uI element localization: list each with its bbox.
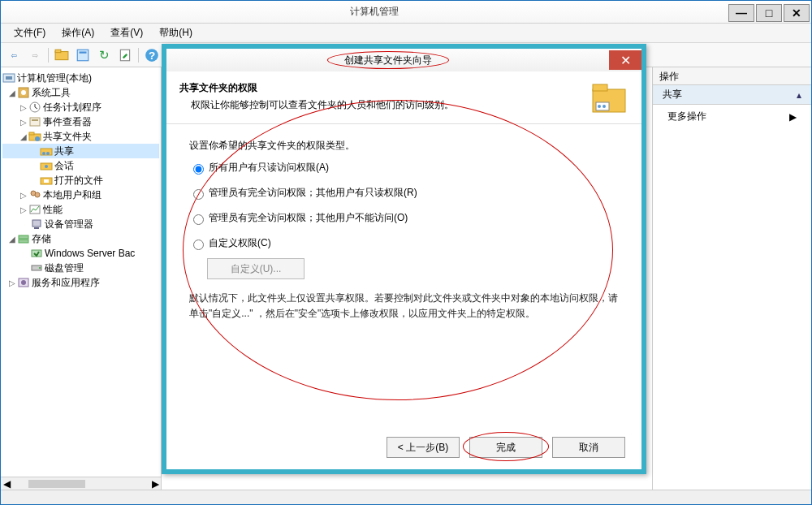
svg-rect-1	[55, 50, 61, 52]
radio-admin-full-readonly[interactable]: 管理员有完全访问权限；其他用户有只读权限(R)	[189, 186, 619, 200]
menu-help[interactable]: 帮助(H)	[153, 24, 199, 41]
export-icon[interactable]	[117, 47, 133, 63]
tree-label: 磁盘管理	[45, 261, 84, 275]
svg-rect-12	[30, 118, 40, 126]
tree-device-manager[interactable]: 设备管理器	[2, 217, 159, 231]
tree-local-users[interactable]: ▷本地用户和组	[2, 188, 159, 202]
separator	[138, 48, 139, 63]
menu-file[interactable]: 文件(F)	[7, 24, 52, 41]
maximize-button[interactable]: □	[756, 4, 782, 22]
tree-root[interactable]: 计算机管理(本地)	[2, 71, 159, 85]
svg-rect-15	[29, 132, 34, 135]
tree-services[interactable]: ▷服务和应用程序	[2, 275, 159, 290]
expand-icon[interactable]: ▷	[19, 205, 28, 214]
svg-point-33	[39, 267, 41, 269]
more-actions[interactable]: 更多操作 ▶	[653, 105, 811, 128]
tree-shares[interactable]: 共享	[2, 144, 159, 158]
tree-event-viewer[interactable]: ▷事件查看器	[2, 114, 159, 129]
collapse-icon[interactable]: ◢	[7, 88, 17, 97]
dialog-buttons: < 上一步(B) 完成 取消	[387, 437, 625, 458]
back-icon[interactable]: ⇦	[6, 47, 22, 63]
actions-pane: 操作 共享 ▴ 更多操作 ▶	[653, 67, 811, 490]
submenu-icon: ▶	[789, 111, 797, 123]
app-window: 计算机管理 — □ ✕ 文件(F) 操作(A) 查看(V) 帮助(H) ⇦ ⇨ …	[0, 0, 812, 505]
minimize-button[interactable]: —	[728, 4, 754, 22]
titlebar: 计算机管理 — □ ✕	[1, 1, 811, 24]
svg-rect-17	[41, 149, 52, 155]
close-button[interactable]: ✕	[784, 4, 810, 22]
svg-rect-27	[32, 220, 41, 227]
collapse-icon[interactable]: ◢	[7, 235, 17, 244]
radio-all-readonly[interactable]: 所有用户有只读访问权限(A)	[189, 161, 619, 175]
radio-admin-full-noaccess[interactable]: 管理员有完全访问权限；其他用户不能访问(O)	[189, 211, 619, 225]
collapse-icon: ▴	[797, 89, 801, 101]
tree-shared-folders[interactable]: ◢共享文件夹	[2, 129, 159, 144]
tree-label: 会话	[54, 159, 74, 173]
custom-permissions-button: 自定义(U)...	[207, 258, 304, 279]
svg-rect-37	[593, 84, 607, 91]
tree-wsb[interactable]: Windows Server Bac	[2, 246, 159, 261]
expand-icon[interactable]: ▷	[19, 118, 28, 127]
dialog-body: 设置你希望的共享文件夹的权限类型。 所有用户有只读访问权限(A) 管理员有完全访…	[166, 124, 641, 336]
tree-label: 共享	[54, 145, 74, 158]
svg-point-39	[598, 105, 601, 108]
new-folder-icon[interactable]	[54, 47, 70, 63]
radio-label: 管理员有完全访问权限；其他用户有只读权限(R)	[209, 186, 417, 200]
menu-view[interactable]: 查看(V)	[104, 24, 149, 41]
finish-button[interactable]: 完成	[469, 437, 542, 458]
tree-sessions[interactable]: 会话	[2, 158, 159, 173]
svg-text:?: ?	[149, 49, 155, 61]
tree-storage[interactable]: ◢存储	[2, 231, 159, 246]
radio-input[interactable]	[193, 164, 204, 175]
tree-label: 设备管理器	[45, 218, 93, 231]
separator	[48, 48, 49, 63]
tree-label: 性能	[43, 203, 63, 217]
dialog-close-button[interactable]: ✕	[609, 50, 641, 70]
help-icon[interactable]: ?	[144, 47, 160, 63]
svg-rect-23	[44, 179, 49, 183]
dialog-title: 创建共享文件夹向导	[344, 54, 432, 66]
tree-label: 存储	[32, 232, 51, 246]
radio-label: 管理员有完全访问权限；其他用户不能访问(O)	[209, 211, 408, 225]
tree-task-scheduler[interactable]: ▷任务计划程序	[2, 100, 159, 114]
svg-point-18	[42, 152, 45, 155]
tree-disk-mgmt[interactable]: 磁盘管理	[2, 261, 159, 275]
properties-icon[interactable]	[75, 47, 91, 63]
tree-system-tools[interactable]: ◢系统工具	[2, 85, 159, 100]
expand-icon[interactable]: ▷	[19, 191, 28, 200]
cancel-button[interactable]: 取消	[552, 437, 625, 458]
svg-rect-13	[32, 119, 38, 121]
window-title: 计算机管理	[20, 5, 728, 19]
permissions-prompt: 设置你希望的共享文件夹的权限类型。	[189, 139, 619, 153]
tree-label: 任务计划程序	[43, 101, 102, 114]
svg-point-25	[35, 192, 40, 197]
dialog-heading: 共享文件夹的权限	[179, 81, 454, 95]
radio-custom[interactable]: 自定义权限(C)	[189, 236, 619, 250]
svg-point-10	[21, 90, 26, 95]
collapse-icon[interactable]: ◢	[19, 132, 28, 141]
menubar: 文件(F) 操作(A) 查看(V) 帮助(H)	[1, 24, 811, 43]
tree-label: Windows Server Bac	[45, 248, 135, 259]
tree-label: 服务和应用程序	[32, 276, 100, 290]
menu-action[interactable]: 操作(A)	[55, 24, 101, 41]
radio-input[interactable]	[193, 240, 204, 250]
horizontal-scrollbar[interactable]: ◀▶	[1, 477, 161, 490]
refresh-icon[interactable]: ↻	[96, 47, 112, 63]
section-label: 共享	[663, 88, 682, 101]
radio-input[interactable]	[193, 214, 204, 225]
back-button[interactable]: < 上一步(B)	[387, 437, 460, 458]
radio-input[interactable]	[193, 189, 204, 200]
actions-section[interactable]: 共享 ▴	[653, 85, 811, 105]
more-actions-label: 更多操作	[667, 110, 706, 123]
tree-performance[interactable]: ▷性能	[2, 202, 159, 217]
dialog-titlebar: 创建共享文件夹向导 ✕	[166, 49, 641, 71]
forward-icon[interactable]: ⇨	[27, 47, 43, 63]
tree-label: 系统工具	[32, 86, 71, 100]
svg-rect-30	[19, 240, 28, 243]
radio-label: 自定义权限(C)	[209, 236, 271, 250]
expand-icon[interactable]: ▷	[19, 103, 28, 112]
expand-icon[interactable]: ▷	[7, 278, 17, 287]
svg-point-40	[603, 105, 606, 108]
svg-rect-29	[19, 235, 28, 239]
tree-open-files[interactable]: 打开的文件	[2, 173, 159, 188]
